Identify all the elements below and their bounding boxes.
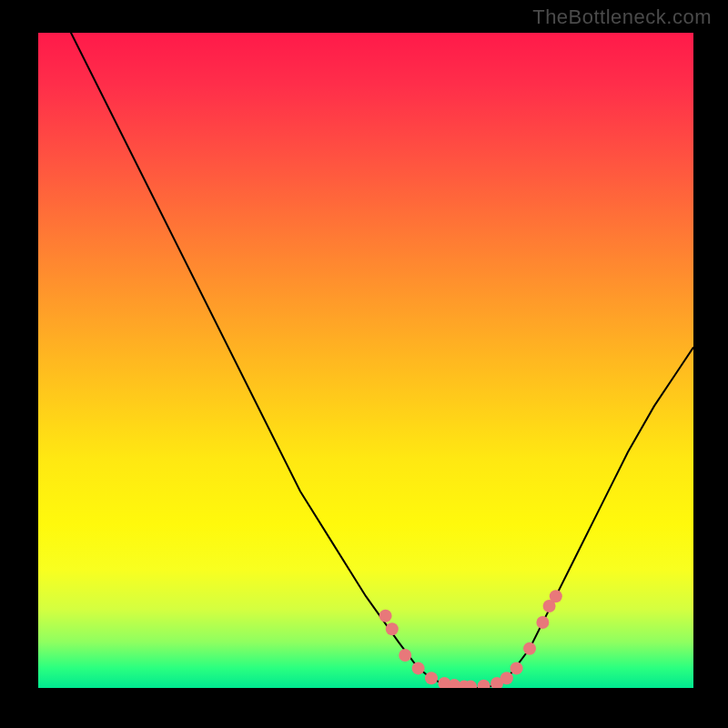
highlight-dot xyxy=(490,677,503,688)
highlight-dot xyxy=(399,649,411,662)
highlight-dot xyxy=(438,677,450,688)
highlight-dot xyxy=(458,681,470,688)
highlight-dot xyxy=(543,600,556,612)
highlight-dot xyxy=(448,679,460,688)
highlight-dot xyxy=(500,672,513,684)
chart-svg xyxy=(38,33,693,688)
highlight-dot xyxy=(425,672,438,684)
highlight-dot xyxy=(464,681,477,688)
highlight-dot xyxy=(550,590,562,602)
highlight-dot xyxy=(536,616,549,629)
bottleneck-curve xyxy=(38,33,693,688)
highlight-dot xyxy=(478,680,490,688)
highlight-dot xyxy=(511,662,523,674)
highlight-dot xyxy=(523,642,536,655)
highlight-dots-group xyxy=(379,590,562,688)
highlight-dot xyxy=(379,610,392,622)
watermark-text: TheBottleneck.com xyxy=(532,5,712,29)
highlight-dot xyxy=(386,622,399,635)
highlight-dot xyxy=(412,662,425,674)
chart-plot-area xyxy=(38,33,693,688)
